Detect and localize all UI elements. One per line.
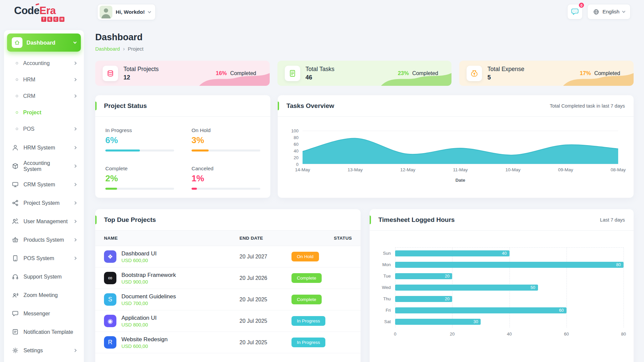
- sidebar-item-accounting-system[interactable]: Accounting System: [7, 157, 81, 175]
- calculator-icon: [285, 66, 300, 81]
- tasks-xtick: 13-May: [347, 167, 363, 172]
- card-title: Top Due Projects: [104, 216, 156, 224]
- project-icon-glyph: ❖: [107, 253, 113, 260]
- sidebar-item-accounting[interactable]: Accounting: [7, 55, 81, 71]
- stats-row: Total Projects 12 16% Completed Total Ta…: [95, 61, 634, 86]
- status-badge: In Progress: [291, 338, 325, 347]
- cube-icon: [12, 163, 19, 170]
- sidebar-item-user-management[interactable]: User Management: [7, 212, 81, 231]
- sidebar-item-messenger[interactable]: Messenger: [7, 304, 81, 323]
- page-title: Dashboard: [95, 32, 634, 43]
- project-amount: USD 600,00: [121, 344, 168, 349]
- timesheet-bar-value: 60: [559, 308, 564, 313]
- sidebar-item-dashboard[interactable]: Dashboard: [7, 34, 81, 52]
- sidebar-item-label: Dashboard: [26, 40, 55, 46]
- status-percent: 6%: [105, 135, 174, 145]
- project-name: Website Redesign: [121, 336, 168, 343]
- sidebar-item-hrm[interactable]: HRM: [7, 71, 81, 88]
- timesheet-bar-row: 80: [395, 259, 624, 270]
- sidebar-item-label: Products System: [23, 237, 64, 243]
- status-label: On Hold: [192, 127, 260, 133]
- stat-title: Total Tasks: [306, 66, 334, 73]
- tasks-xaxis-title: Date: [287, 178, 618, 183]
- sidebar-item-label: User Management: [23, 219, 68, 225]
- status-percent: 3%: [192, 135, 260, 145]
- timesheet-bar-row: 50: [395, 282, 624, 293]
- progress-track: [105, 149, 174, 152]
- chevron-right-icon: [73, 127, 77, 131]
- timesheet-bar-value: 20: [445, 274, 449, 279]
- timesheet-bar-row: 20: [395, 270, 624, 282]
- project-end-date: 20 Jul 2025: [239, 340, 291, 346]
- sidebar-item-label: Project System: [23, 200, 60, 206]
- progress-track: [192, 149, 260, 152]
- timesheet-xtick: 80: [621, 331, 626, 337]
- breadcrumb-current: Project: [128, 46, 144, 52]
- tasks-xtick: 14-May: [295, 167, 310, 172]
- status-badge: Complete: [291, 273, 322, 283]
- tasks-ytick: 60: [294, 142, 299, 147]
- stat-value: 5: [487, 74, 524, 81]
- sidebar-item-crm-system[interactable]: CRM System: [7, 175, 81, 194]
- table-row[interactable]: ◉ Application UI USD 800,00 20 Jul 2025 …: [95, 310, 361, 332]
- status-label: In Progress: [105, 127, 174, 133]
- column-header-end-date: END DATE: [239, 236, 291, 241]
- timesheet-card: Timesheet Logged Hours Last 7 days SunMo…: [370, 209, 634, 362]
- timesheet-categories: SunMonTueWedThuFriSat: [378, 247, 395, 338]
- chevron-right-icon: [73, 349, 77, 352]
- timesheet-bar: 30: [395, 319, 481, 325]
- sidebar-item-project[interactable]: Project: [7, 104, 81, 121]
- timesheet-chart: SunMonTueWedThuFriSat 40802050206030 020…: [378, 247, 624, 338]
- column-header-status: STATUS: [291, 236, 361, 241]
- sidebar-item-notification-template[interactable]: Notification Template: [7, 323, 81, 341]
- sidebar-item-label: HRM: [23, 77, 35, 83]
- brand-logo-text: CodeEra: [14, 5, 64, 16]
- tablet-icon: [12, 255, 19, 262]
- sidebar-item-label: CRM System: [23, 182, 55, 188]
- sidebar-item-pos[interactable]: POS: [7, 121, 81, 137]
- home-icon: [12, 37, 22, 48]
- timesheet-category: Sat: [378, 316, 395, 327]
- sidebar-item-pos-system[interactable]: POS System: [7, 249, 81, 267]
- sidebar-item-label: Zoom Meeting: [23, 292, 58, 298]
- timesheet-bar: 80: [395, 262, 624, 268]
- table-row[interactable]: ❖ Dashboard UI USD 600,00 20 Jul 2027 On…: [95, 246, 361, 267]
- main-content: Dashboard Dashboard › Project Total Proj…: [95, 0, 634, 362]
- progress-fill: [105, 188, 117, 190]
- table-row[interactable]: R Website Redesign USD 600,00 20 Jul 202…: [95, 332, 361, 353]
- brand-logo[interactable]: CodeEra T E C H: [14, 5, 64, 22]
- breadcrumb: Dashboard › Project: [95, 46, 634, 52]
- users-icon: [12, 218, 19, 225]
- card-title: Project Status: [104, 102, 147, 110]
- tasks-area-fill: [303, 138, 618, 164]
- status-badge: On Hold: [291, 252, 319, 261]
- stat-completed-label: Completed: [594, 70, 620, 76]
- timesheet-bars: 40802050206030: [395, 247, 624, 327]
- sidebar-item-products-system[interactable]: Products System: [7, 231, 81, 249]
- project-icon-glyph: R: [108, 339, 112, 346]
- status-label: Canceled: [192, 166, 260, 172]
- progress-track: [192, 188, 260, 190]
- project-icon: R: [104, 336, 116, 349]
- card-title: Tasks Overview: [286, 102, 334, 110]
- timesheet-xtick: 40: [507, 331, 512, 337]
- tasks-xtick: 12-May: [400, 167, 415, 172]
- sidebar-item-settings[interactable]: Settings: [7, 341, 81, 360]
- project-end-date: 20 Jul 2025: [239, 318, 291, 324]
- stat-title: Total Projects: [123, 66, 159, 73]
- tasks-ytick: 100: [291, 128, 299, 133]
- stat-percent: 16%: [216, 70, 227, 76]
- table-row[interactable]: ∞ Bootstrap Framework USD 900,00 20 Jul …: [95, 267, 361, 289]
- project-amount: USD 600,00: [121, 258, 157, 263]
- breadcrumb-dashboard-link[interactable]: Dashboard: [95, 46, 120, 52]
- timesheet-bar-value: 80: [616, 262, 621, 267]
- sidebar-item-label: Accounting System: [23, 160, 69, 172]
- card-note: Last 7 days: [600, 217, 625, 223]
- sidebar-item-project-system[interactable]: Project System: [7, 194, 81, 212]
- sidebar-item-support-system[interactable]: Support System: [7, 267, 81, 286]
- project-icon-glyph: S: [108, 296, 112, 303]
- sidebar-item-zoom-meeting[interactable]: Zoom Meeting: [7, 286, 81, 304]
- sidebar-item-hrm-system[interactable]: HRM System: [7, 138, 81, 157]
- table-row[interactable]: S Document Guidelines USD 700,00 20 Jul …: [95, 289, 361, 310]
- sidebar-item-crm[interactable]: CRM: [7, 88, 81, 104]
